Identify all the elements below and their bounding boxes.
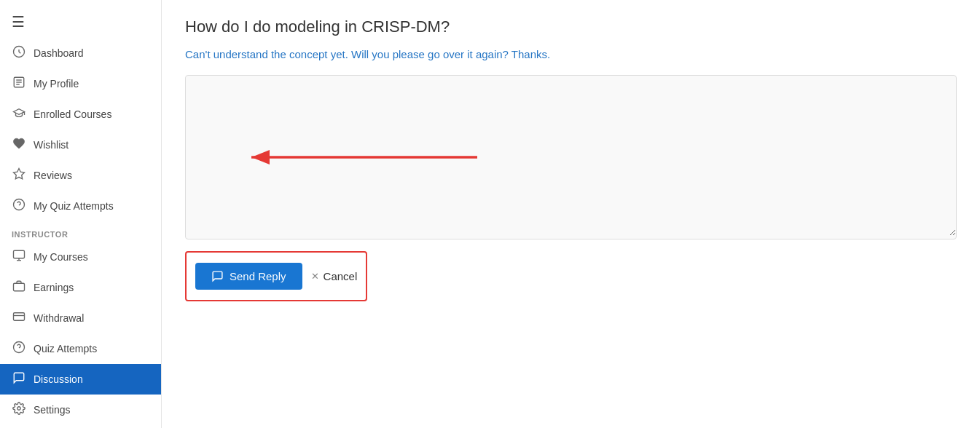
sidebar-item-enrolled-courses[interactable]: Enrolled Courses xyxy=(0,99,161,130)
sidebar-item-quiz-attempts-student[interactable]: My Quiz Attempts xyxy=(0,191,161,221)
earnings-icon xyxy=(12,280,26,296)
my-courses-icon xyxy=(12,249,26,265)
sidebar-item-label: Earnings xyxy=(34,282,74,293)
quiz-attempts-icon xyxy=(12,341,26,357)
cancel-button[interactable]: ✕ Cancel xyxy=(311,270,358,282)
sidebar-item-label: My Profile xyxy=(34,78,79,90)
sidebar-item-discussion[interactable]: Discussion xyxy=(0,364,161,395)
svg-point-16 xyxy=(17,407,21,411)
button-row: Send Reply ✕ Cancel xyxy=(185,251,367,301)
sidebar-item-label: Enrolled Courses xyxy=(34,108,111,120)
main-content: How do I do modeling in CRISP-DM? Can't … xyxy=(162,0,980,428)
settings-icon xyxy=(12,402,26,418)
sidebar-item-withdrawal[interactable]: Withdrawal xyxy=(0,303,161,333)
enrolled-courses-icon xyxy=(12,106,26,122)
sidebar-item-earnings[interactable]: Earnings xyxy=(0,272,161,303)
svg-rect-12 xyxy=(14,313,25,321)
sidebar-item-label: Quiz Attempts xyxy=(34,343,97,354)
profile-icon xyxy=(12,76,26,92)
sidebar-item-label: Settings xyxy=(34,404,71,416)
cancel-label: Cancel xyxy=(324,270,358,282)
sidebar-item-my-courses[interactable]: My Courses xyxy=(0,242,161,272)
instructor-section-label: INSTRUCTOR xyxy=(0,221,161,242)
sidebar-item-label: Discussion xyxy=(34,373,83,385)
reviews-icon xyxy=(12,167,26,183)
dashboard-icon xyxy=(12,45,26,61)
reply-textarea[interactable] xyxy=(186,76,956,236)
svg-marker-5 xyxy=(14,169,25,179)
sidebar-item-label: Dashboard xyxy=(34,47,84,59)
send-reply-label: Send Reply xyxy=(230,270,286,282)
sidebar-item-dashboard[interactable]: Dashboard xyxy=(0,38,161,68)
send-reply-button[interactable]: Send Reply xyxy=(195,263,302,290)
sidebar-item-label: My Courses xyxy=(34,251,88,263)
svg-point-14 xyxy=(14,342,25,353)
sidebar-item-label: Withdrawal xyxy=(34,312,84,324)
sidebar-item-settings[interactable]: Settings xyxy=(0,395,161,425)
withdrawal-icon xyxy=(12,310,26,326)
svg-rect-11 xyxy=(14,283,25,291)
sidebar-item-my-profile[interactable]: My Profile xyxy=(0,68,161,99)
hamburger-icon[interactable]: ☰ xyxy=(0,0,161,38)
svg-rect-8 xyxy=(14,250,25,258)
sidebar-item-label: Reviews xyxy=(34,170,72,181)
discussion-icon xyxy=(12,371,26,387)
sidebar-item-quiz-attempts[interactable]: Quiz Attempts xyxy=(0,333,161,364)
quiz-attempts-student-icon xyxy=(12,198,26,214)
wishlist-icon xyxy=(12,137,26,153)
svg-point-6 xyxy=(14,199,25,210)
sidebar-item-wishlist[interactable]: Wishlist xyxy=(0,130,161,160)
question-body: Can't understand the concept yet. Will y… xyxy=(185,48,957,60)
question-title: How do I do modeling in CRISP-DM? xyxy=(185,17,957,36)
chat-bubble-icon xyxy=(211,270,224,282)
sidebar-item-label: My Quiz Attempts xyxy=(34,200,114,212)
cancel-x-icon: ✕ xyxy=(311,271,319,282)
reply-textarea-wrapper xyxy=(185,75,957,239)
sidebar-item-reviews[interactable]: Reviews xyxy=(0,160,161,191)
sidebar-item-label: Wishlist xyxy=(34,139,68,151)
sidebar: ☰ Dashboard My Profile Enrolled Courses … xyxy=(0,0,162,428)
